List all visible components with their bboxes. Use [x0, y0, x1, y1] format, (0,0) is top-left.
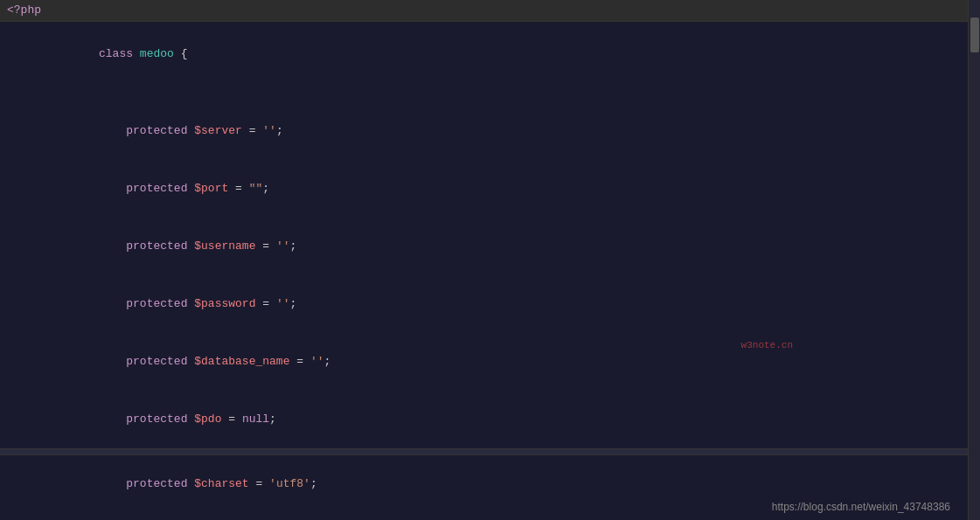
code-content: class medoo { protected $server = ''; pr… — [0, 22, 968, 520]
editor-container: <?php class medoo { protected $server = … — [0, 0, 980, 520]
scrollbar-thumb[interactable] — [970, 17, 979, 52]
bottom-watermark: https://blog.csdn.net/weixin_43748386 — [772, 501, 950, 513]
classname-medoo: medoo — [140, 47, 181, 60]
line-password: protected $password = ''; — [0, 275, 968, 333]
line-1: class medoo { — [0, 25, 968, 83]
line-username: protected $username = ''; — [0, 218, 968, 275]
line-server: protected $server = ''; — [0, 102, 968, 160]
line-port: protected $port = ""; — [0, 160, 968, 218]
watermark-overlay-1: w3note.cn — [741, 336, 793, 355]
scrollbar[interactable] — [968, 0, 980, 520]
line-pdo: protected $pdo = null; — [0, 391, 968, 448]
separator — [0, 448, 968, 455]
php-open-tag: <?php — [7, 3, 41, 17]
keyword-class: class — [99, 47, 140, 60]
line-blank-1 — [0, 83, 968, 102]
line-blank-2 — [0, 513, 968, 520]
line-database-name: protected $database_name = ''; w3note.cn — [0, 333, 968, 391]
code-area[interactable]: <?php class medoo { protected $server = … — [0, 0, 968, 520]
php-tag-bar: <?php — [0, 0, 968, 22]
